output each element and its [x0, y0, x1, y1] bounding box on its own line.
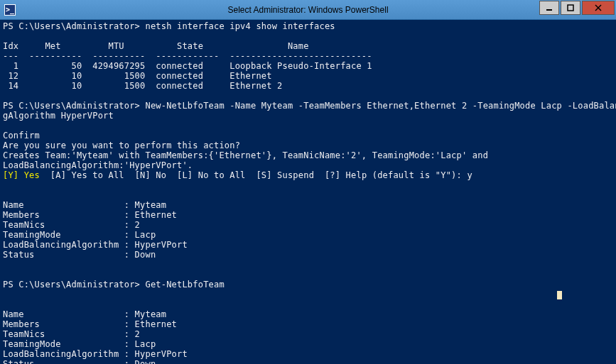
confirm-options-rest: [A] Yes to All [N] No [L] No to All [S] … [40, 170, 472, 180]
command-3: Get-NetLbfoTeam [145, 280, 224, 289]
command-2-line1: New-NetLbfoTeam -Name Myteam -TeamMember… [145, 101, 616, 111]
prompt-line: PS C:\Users\Administrator> [3, 280, 145, 289]
team-output-row: Members : Ethernet [3, 210, 177, 220]
maximize-button[interactable] [561, 1, 580, 15]
confirm-title: Confirm [3, 131, 40, 140]
interface-row: 14 10 1500 connected Ethernet 2 [3, 81, 283, 91]
prompt-line: PS C:\Users\Administrator> [3, 101, 145, 111]
interfaces-divider: --- ---------- ---------- ------------ -… [3, 51, 372, 61]
interfaces-header: Idx Met MTU State Name [3, 41, 309, 51]
team-output-row: TeamingMode : Lacp [3, 339, 156, 349]
command-2-line2: gAlgorithm HyperVPort [3, 111, 114, 121]
window-controls [539, 0, 616, 19]
confirm-option-yes: [Y] Yes [3, 170, 40, 180]
confirm-detail: LoadBalancingAlgorithm:'HyperVPort'. [3, 160, 193, 170]
team-output-row: TeamNics : 2 [3, 220, 140, 230]
prompt-line: PS C:\Users\Administrator> [3, 21, 145, 31]
powershell-icon: >_ [4, 4, 16, 16]
window-title: Select Administrator: Windows PowerShell [227, 5, 388, 15]
command-1: netsh interface ipv4 show interfaces [145, 21, 335, 31]
close-button[interactable] [582, 1, 615, 15]
stray-cursor [557, 291, 562, 299]
team-output-row: LoadBalancingAlgorithm : HyperVPort [3, 349, 188, 359]
team-output-row: Name : Myteam [3, 200, 166, 210]
svg-rect-1 [568, 5, 573, 11]
team-output-row: TeamingMode : Lacp [3, 230, 156, 240]
interface-row: 1 50 4294967295 connected Loopback Pseud… [3, 61, 372, 71]
team-output-row: Name : Myteam [3, 309, 166, 319]
minimize-button[interactable] [539, 1, 559, 15]
titlebar: >_ Select Administrator: Windows PowerSh… [0, 0, 616, 20]
terminal-body[interactable]: PS C:\Users\Administrator> netsh interfa… [0, 20, 616, 364]
team-output-row: TeamNics : 2 [3, 329, 140, 339]
confirm-question: Are you sure you want to perform this ac… [3, 140, 240, 150]
interface-row: 12 10 1500 connected Ethernet [3, 71, 272, 81]
team-output-row: Members : Ethernet [3, 319, 177, 329]
team-output-row: Status : Down [3, 359, 156, 364]
team-output-row: LoadBalancingAlgorithm : HyperVPort [3, 240, 188, 250]
team-output-row: Status : Down [3, 250, 156, 260]
confirm-detail: Creates Team:'Myteam' with TeamMembers:{… [3, 150, 488, 160]
